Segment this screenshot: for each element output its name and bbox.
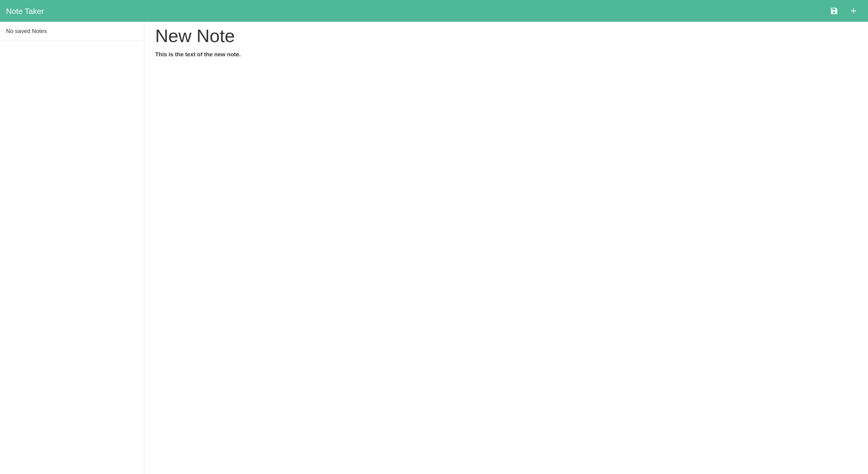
notes-sidebar: No saved Notes [0,22,144,474]
sidebar-empty-message: No saved Notes [0,22,144,41]
note-editor: New Note This is the text of the new not… [144,22,868,474]
main-container: No saved Notes New Note This is the text… [0,22,868,474]
header-actions [829,5,862,17]
add-note-button[interactable] [848,5,859,17]
note-body-input[interactable]: This is the text of the new note. [155,51,857,58]
plus-icon [849,7,858,16]
app-header: Note Taker [0,0,868,22]
app-title: Note Taker [6,7,44,16]
save-button[interactable] [829,5,840,17]
save-icon [830,7,838,16]
note-title-input[interactable]: New Note [155,25,857,46]
